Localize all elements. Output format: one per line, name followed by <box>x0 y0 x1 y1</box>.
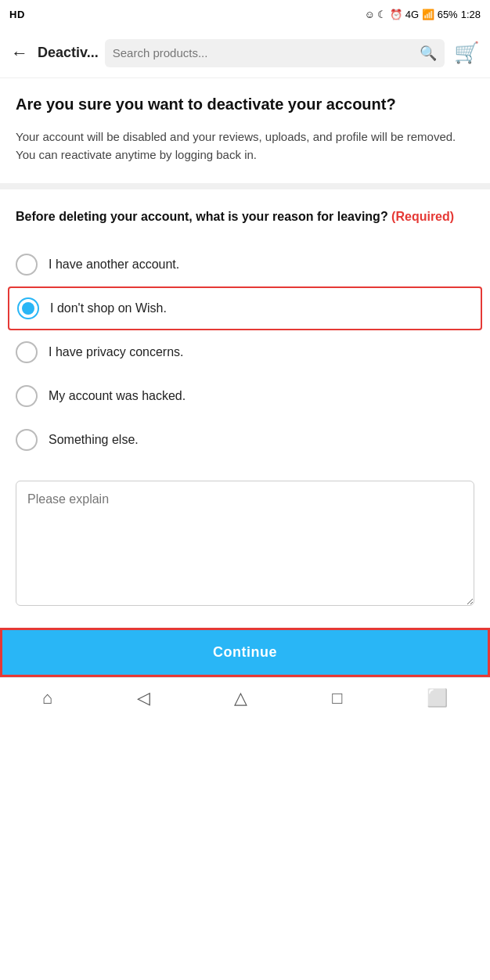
nav-home-icon[interactable]: ⌂ <box>30 685 65 712</box>
continue-button-wrapper: Continue <box>0 628 490 677</box>
status-right: ☺ ☾ ⏰ 4G 📶 65% 1:28 <box>365 9 481 20</box>
search-bar[interactable]: 🔍 <box>105 39 445 67</box>
radio-label-4: My account was hacked. <box>49 389 186 403</box>
deactivate-title: Are you sure you want to deactivate your… <box>16 94 474 115</box>
nav-back-icon[interactable]: ◁ <box>124 685 163 712</box>
radio-option-5[interactable]: Something else. <box>16 418 474 462</box>
back-button[interactable]: ← <box>8 40 31 67</box>
reason-title: Before deleting your account, what is yo… <box>16 208 474 225</box>
continue-button[interactable]: Continue <box>0 628 490 677</box>
status-hd: HD <box>9 9 25 20</box>
search-icon: 🔍 <box>420 45 437 62</box>
battery-status: 65% <box>438 9 458 20</box>
required-label: (Required) <box>391 210 454 223</box>
radio-option-3[interactable]: I have privacy concerns. <box>16 330 474 374</box>
explain-textarea[interactable] <box>16 481 474 606</box>
status-icons: ☺ ☾ ⏰ 4G 📶 <box>365 9 434 20</box>
nav-bar: ⌂ ◁ △ □ ⬜ <box>0 677 490 721</box>
radio-option-4[interactable]: My account was hacked. <box>16 374 474 418</box>
main-content: Are you sure you want to deactivate your… <box>0 78 490 677</box>
radio-circle-4 <box>16 385 38 407</box>
radio-label-5: Something else. <box>49 433 139 447</box>
reason-section: Before deleting your account, what is yo… <box>16 189 474 677</box>
nav-extra-icon[interactable]: ⬜ <box>414 685 460 712</box>
radio-circle-2 <box>17 297 39 319</box>
nav-home-btn-icon[interactable]: △ <box>222 685 260 712</box>
toolbar: ← Deactiv... 🔍 🛒 <box>0 28 490 78</box>
page-title: Deactiv... <box>38 45 99 61</box>
section-divider <box>0 183 490 189</box>
time-display: 1:28 <box>461 9 481 20</box>
reason-question: Before deleting your account, what is yo… <box>16 210 388 223</box>
cart-icon[interactable]: 🛒 <box>451 38 482 68</box>
radio-option-2[interactable]: I don't shop on Wish. <box>8 286 482 330</box>
search-input[interactable] <box>113 46 415 59</box>
radio-option-1[interactable]: I have another account. <box>16 243 474 286</box>
status-bar: HD ☺ ☾ ⏰ 4G 📶 65% 1:28 <box>0 0 490 28</box>
nav-recents-icon[interactable]: □ <box>319 685 355 712</box>
radio-circle-1 <box>16 254 38 276</box>
radio-circle-3 <box>16 341 38 363</box>
radio-group: I have another account. I don't shop on … <box>16 243 474 462</box>
radio-circle-5 <box>16 429 38 451</box>
radio-label-2: I don't shop on Wish. <box>50 301 167 315</box>
deactivate-description: Your account will be disabled and your r… <box>16 128 474 164</box>
radio-label-3: I have privacy concerns. <box>49 345 184 359</box>
radio-label-1: I have another account. <box>49 258 179 272</box>
